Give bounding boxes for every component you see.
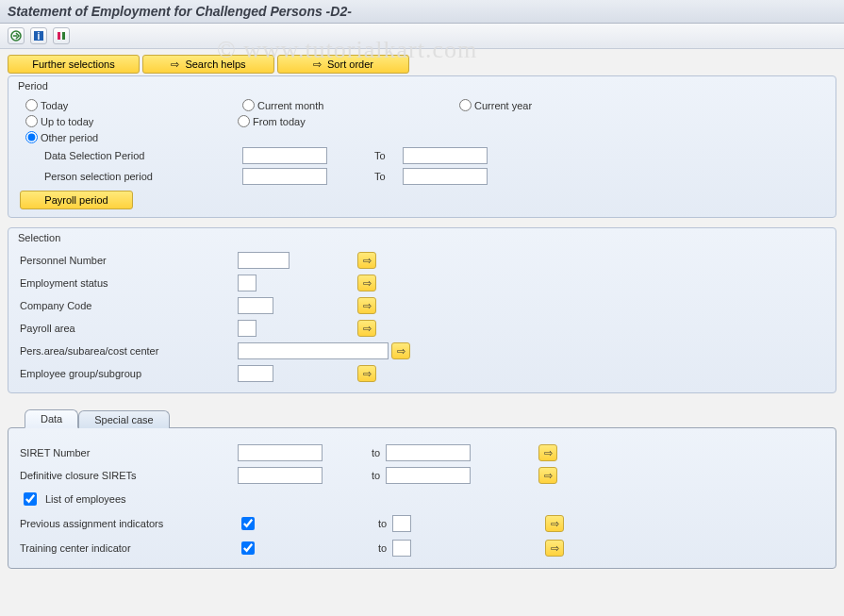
radio-other-period-label: Other period (41, 132, 98, 143)
to-label: To (374, 171, 393, 182)
employment-status-input[interactable] (238, 275, 257, 291)
pers-area-label: Pers.area/subarea/cost center (20, 345, 232, 357)
payroll-area-multi-icon[interactable]: ⇨ (357, 320, 376, 337)
company-code-label: Company Code (20, 300, 232, 311)
employee-group-input[interactable] (238, 365, 273, 382)
employment-status-label: Employment status (20, 277, 232, 289)
data-selection-period-label: Data Selection Period (44, 150, 233, 161)
radio-from-today[interactable]: From today (238, 115, 341, 127)
svg-rect-3 (58, 32, 60, 40)
info-icon[interactable]: i (30, 27, 47, 44)
person-selection-to-input[interactable] (403, 168, 488, 185)
to-label: to (378, 542, 387, 554)
further-selections-label: Further selections (32, 58, 114, 70)
page-title: Statement of Employment for Challenged P… (8, 4, 352, 19)
training-multi-icon[interactable]: ⇨ (545, 540, 564, 557)
def-closure-to-input[interactable] (386, 467, 471, 484)
arrow-right-icon: ⇨ (313, 58, 322, 71)
svg-text:i: i (38, 31, 41, 42)
arrow-right-icon: ⇨ (171, 58, 179, 71)
search-helps-label: Search helps (185, 58, 245, 70)
radio-up-to-today[interactable]: Up to today (25, 115, 129, 127)
selection-legend: Selection (18, 230, 828, 243)
radio-current-year[interactable]: Current year (459, 99, 563, 111)
further-selections-button[interactable]: Further selections (8, 55, 140, 74)
period-legend: Period (18, 78, 828, 92)
personnel-number-multi-icon[interactable]: ⇨ (357, 252, 376, 269)
selection-groupbox: Selection Personnel Number ⇨ Employment … (8, 227, 836, 393)
prev-assign-from-checkbox[interactable] (241, 517, 255, 530)
sort-order-label: Sort order (327, 58, 373, 70)
tab-data-label: Data (41, 413, 62, 425)
search-helps-button[interactable]: ⇨ Search helps (142, 55, 274, 74)
tab-data[interactable]: Data (25, 409, 78, 428)
pers-area-multi-icon[interactable]: ⇨ (391, 342, 410, 359)
prev-assign-label: Previous assignment indicators (20, 518, 232, 529)
def-closure-label: Definitive closure SIRETs (20, 470, 232, 481)
radio-up-to-today-label: Up to today (41, 116, 93, 127)
radio-from-today-label: From today (253, 116, 306, 127)
to-label: to (378, 518, 387, 529)
data-selection-from-input[interactable] (242, 147, 327, 164)
employee-group-multi-icon[interactable]: ⇨ (357, 365, 376, 382)
employment-status-multi-icon[interactable]: ⇨ (357, 275, 376, 291)
prev-assign-multi-icon[interactable]: ⇨ (545, 515, 564, 532)
payroll-period-button[interactable]: Payroll period (20, 191, 133, 209)
training-to-input[interactable] (392, 540, 411, 557)
tab-panel-data: SIRET Number to ⇨ Definitive closure SIR… (8, 427, 836, 569)
radio-current-month-label: Current month (257, 100, 323, 111)
payroll-period-label: Payroll period (44, 194, 108, 206)
payroll-area-input[interactable] (238, 320, 257, 337)
sort-order-button[interactable]: ⇨ Sort order (277, 55, 409, 74)
content-area: Further selections ⇨ Search helps ⇨ Sort… (0, 49, 844, 588)
siret-from-input[interactable] (238, 444, 323, 461)
def-closure-from-input[interactable] (238, 467, 323, 484)
to-label: to (372, 470, 380, 481)
company-code-input[interactable] (238, 297, 273, 314)
tab-special-case[interactable]: Special case (78, 410, 169, 428)
radio-current-month[interactable]: Current month (242, 99, 346, 111)
variant-icon[interactable] (53, 27, 70, 44)
siret-multi-icon[interactable]: ⇨ (538, 444, 557, 461)
pers-area-input[interactable] (238, 342, 389, 359)
to-label: to (372, 447, 380, 458)
siret-number-label: SIRET Number (20, 447, 232, 458)
radio-today[interactable]: Today (25, 99, 129, 111)
person-selection-from-input[interactable] (242, 168, 327, 185)
list-employees-checkbox[interactable] (24, 492, 37, 506)
to-label: To (374, 150, 393, 161)
payroll-area-label: Payroll area (20, 323, 232, 334)
execute-icon[interactable] (8, 27, 25, 44)
period-groupbox: Period Today Current month Current year … (8, 75, 836, 218)
prev-assign-to-input[interactable] (392, 515, 411, 532)
company-code-multi-icon[interactable]: ⇨ (357, 297, 376, 314)
app-toolbar: i (0, 24, 844, 49)
selection-button-row: Further selections ⇨ Search helps ⇨ Sort… (8, 55, 836, 74)
siret-to-input[interactable] (386, 444, 471, 461)
radio-current-year-label: Current year (474, 100, 532, 111)
training-label: Training center indicator (20, 542, 232, 554)
personnel-number-input[interactable] (238, 252, 290, 269)
radio-other-period[interactable]: Other period (25, 131, 819, 143)
svg-rect-4 (62, 32, 65, 40)
title-bar: Statement of Employment for Challenged P… (0, 0, 844, 24)
personnel-number-label: Personnel Number (20, 255, 232, 266)
def-closure-multi-icon[interactable]: ⇨ (538, 467, 557, 484)
data-selection-to-input[interactable] (403, 147, 488, 164)
radio-today-label: Today (41, 100, 68, 111)
employee-group-label: Employee group/subgroup (20, 368, 232, 379)
tabstrip: Data Special case SIRET Number to ⇨ Defi… (8, 408, 836, 569)
tab-special-case-label: Special case (94, 414, 153, 425)
training-from-checkbox[interactable] (241, 541, 255, 555)
list-employees-label: List of employees (45, 493, 126, 505)
person-selection-period-label: Person selection period (44, 171, 233, 182)
